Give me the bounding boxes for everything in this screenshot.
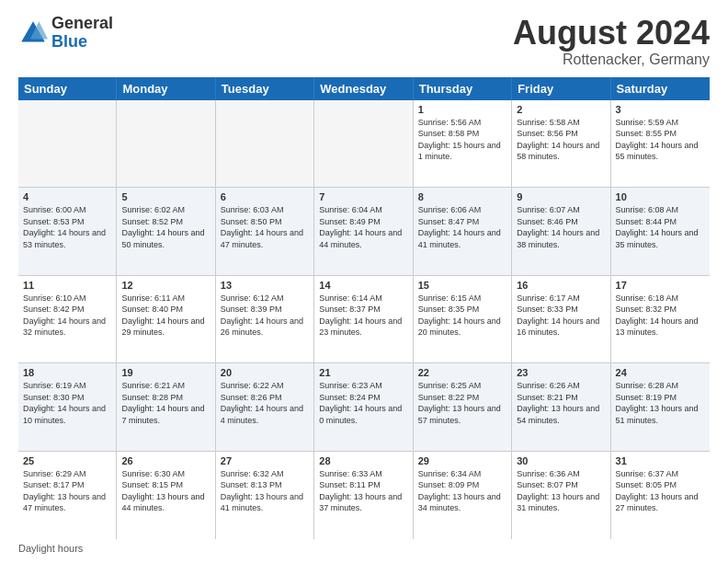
cal-cell-31: 31Sunrise: 6:37 AMSunset: 8:05 PMDayligh… [611,452,710,539]
day-number: 31 [616,455,705,466]
day-number: 25 [23,455,111,466]
day-number: 20 [221,367,309,378]
cell-details: Sunrise: 6:00 AMSunset: 8:53 PMDaylight:… [23,204,111,250]
logo: General Blue [18,15,113,52]
day-number: 6 [221,191,309,202]
cell-details: Sunrise: 6:03 AMSunset: 8:50 PMDaylight:… [221,204,309,250]
title-block: August 2024 Rottenacker, Germany [513,15,710,68]
cal-cell-empty-0-1 [117,100,215,187]
cal-cell-16: 16Sunrise: 6:17 AMSunset: 8:33 PMDayligh… [512,276,610,362]
cell-details: Sunrise: 6:19 AMSunset: 8:30 PMDaylight:… [23,380,111,426]
cal-cell-26: 26Sunrise: 6:30 AMSunset: 8:15 PMDayligh… [117,452,215,539]
calendar-row-3: 11Sunrise: 6:10 AMSunset: 8:42 PMDayligh… [18,276,710,363]
cell-details: Sunrise: 6:06 AMSunset: 8:47 PMDaylight:… [418,204,506,250]
cell-details: Sunrise: 6:32 AMSunset: 8:13 PMDaylight:… [221,468,309,514]
day-number: 12 [121,280,210,291]
cal-cell-27: 27Sunrise: 6:32 AMSunset: 8:13 PMDayligh… [216,452,314,539]
footer-note: Daylight hours [18,543,710,554]
cell-details: Sunrise: 5:58 AMSunset: 8:56 PMDaylight:… [517,117,605,163]
cal-cell-28: 28Sunrise: 6:33 AMSunset: 8:11 PMDayligh… [314,452,413,539]
cell-details: Sunrise: 6:18 AMSunset: 8:32 PMDaylight:… [616,293,705,339]
cal-cell-22: 22Sunrise: 6:25 AMSunset: 8:22 PMDayligh… [414,363,512,450]
day-number: 10 [616,191,705,202]
cell-details: Sunrise: 6:34 AMSunset: 8:09 PMDaylight:… [418,468,506,514]
day-number: 16 [517,280,605,291]
cell-details: Sunrise: 6:29 AMSunset: 8:17 PMDaylight:… [23,468,111,514]
logo-icon [18,18,48,48]
calendar-row-1: 1Sunrise: 5:56 AMSunset: 8:58 PMDaylight… [18,100,710,188]
logo-general: General [51,15,113,33]
day-of-week-thursday: Thursday [414,77,512,100]
day-number: 15 [418,280,506,291]
day-number: 4 [23,191,111,202]
calendar-body: 1Sunrise: 5:56 AMSunset: 8:58 PMDaylight… [18,100,710,539]
day-number: 22 [418,367,506,378]
cal-cell-25: 25Sunrise: 6:29 AMSunset: 8:17 PMDayligh… [18,452,117,539]
day-number: 26 [121,455,210,466]
cal-cell-3: 3Sunrise: 5:59 AMSunset: 8:55 PMDaylight… [611,100,710,187]
cal-cell-1: 1Sunrise: 5:56 AMSunset: 8:58 PMDaylight… [414,100,512,187]
day-number: 24 [616,367,705,378]
cell-details: Sunrise: 6:30 AMSunset: 8:15 PMDaylight:… [121,468,210,514]
location: Rottenacker, Germany [513,52,710,68]
cell-details: Sunrise: 6:21 AMSunset: 8:28 PMDaylight:… [121,380,210,426]
cal-cell-5: 5Sunrise: 6:02 AMSunset: 8:52 PMDaylight… [117,188,215,274]
cell-details: Sunrise: 5:59 AMSunset: 8:55 PMDaylight:… [616,117,705,163]
day-number: 30 [517,455,605,466]
day-number: 13 [221,280,309,291]
cal-cell-23: 23Sunrise: 6:26 AMSunset: 8:21 PMDayligh… [512,363,610,450]
cal-cell-9: 9Sunrise: 6:07 AMSunset: 8:46 PMDaylight… [512,188,610,274]
cell-details: Sunrise: 6:15 AMSunset: 8:35 PMDaylight:… [418,293,506,339]
day-number: 11 [23,280,111,291]
cal-cell-6: 6Sunrise: 6:03 AMSunset: 8:50 PMDaylight… [216,188,314,274]
day-number: 23 [517,367,605,378]
cal-cell-21: 21Sunrise: 6:23 AMSunset: 8:24 PMDayligh… [314,363,413,450]
day-of-week-tuesday: Tuesday [216,77,314,100]
cell-details: Sunrise: 6:28 AMSunset: 8:19 PMDaylight:… [616,380,705,426]
cal-cell-15: 15Sunrise: 6:15 AMSunset: 8:35 PMDayligh… [414,276,512,362]
cell-details: Sunrise: 6:04 AMSunset: 8:49 PMDaylight:… [319,204,407,250]
cell-details: Sunrise: 5:56 AMSunset: 8:58 PMDaylight:… [418,117,506,163]
cell-details: Sunrise: 6:36 AMSunset: 8:07 PMDaylight:… [517,468,605,514]
calendar-row-5: 25Sunrise: 6:29 AMSunset: 8:17 PMDayligh… [18,452,710,539]
header: General Blue August 2024 Rottenacker, Ge… [18,15,710,68]
cal-cell-18: 18Sunrise: 6:19 AMSunset: 8:30 PMDayligh… [18,363,117,450]
cal-cell-11: 11Sunrise: 6:10 AMSunset: 8:42 PMDayligh… [18,276,117,362]
cal-cell-empty-0-2 [216,100,314,187]
calendar-row-4: 18Sunrise: 6:19 AMSunset: 8:30 PMDayligh… [18,363,710,451]
day-number: 27 [221,455,309,466]
day-of-week-wednesday: Wednesday [314,77,413,100]
cal-cell-empty-0-0 [18,100,117,187]
cal-cell-7: 7Sunrise: 6:04 AMSunset: 8:49 PMDaylight… [314,188,413,274]
cal-cell-2: 2Sunrise: 5:58 AMSunset: 8:56 PMDaylight… [512,100,610,187]
calendar: SundayMondayTuesdayWednesdayThursdayFrid… [18,77,710,539]
day-number: 14 [319,280,407,291]
day-number: 19 [121,367,210,378]
day-number: 2 [517,104,605,115]
cal-cell-12: 12Sunrise: 6:11 AMSunset: 8:40 PMDayligh… [117,276,215,362]
day-number: 5 [121,191,210,202]
day-number: 3 [616,104,705,115]
day-number: 8 [418,191,506,202]
cal-cell-14: 14Sunrise: 6:14 AMSunset: 8:37 PMDayligh… [314,276,413,362]
cal-cell-4: 4Sunrise: 6:00 AMSunset: 8:53 PMDaylight… [18,188,117,274]
month-year: August 2024 [513,15,710,52]
cal-cell-30: 30Sunrise: 6:36 AMSunset: 8:07 PMDayligh… [512,452,610,539]
cal-cell-8: 8Sunrise: 6:06 AMSunset: 8:47 PMDaylight… [414,188,512,274]
cal-cell-13: 13Sunrise: 6:12 AMSunset: 8:39 PMDayligh… [216,276,314,362]
cell-details: Sunrise: 6:02 AMSunset: 8:52 PMDaylight:… [121,204,210,250]
cell-details: Sunrise: 6:11 AMSunset: 8:40 PMDaylight:… [121,293,210,339]
cell-details: Sunrise: 6:08 AMSunset: 8:44 PMDaylight:… [616,204,705,250]
cal-cell-10: 10Sunrise: 6:08 AMSunset: 8:44 PMDayligh… [611,188,710,274]
cal-cell-17: 17Sunrise: 6:18 AMSunset: 8:32 PMDayligh… [611,276,710,362]
calendar-header: SundayMondayTuesdayWednesdayThursdayFrid… [18,77,710,100]
page: General Blue August 2024 Rottenacker, Ge… [0,0,728,563]
cell-details: Sunrise: 6:33 AMSunset: 8:11 PMDaylight:… [319,468,407,514]
calendar-row-2: 4Sunrise: 6:00 AMSunset: 8:53 PMDaylight… [18,188,710,275]
cell-details: Sunrise: 6:23 AMSunset: 8:24 PMDaylight:… [319,380,407,426]
day-number: 28 [319,455,407,466]
day-number: 17 [616,280,705,291]
cell-details: Sunrise: 6:07 AMSunset: 8:46 PMDaylight:… [517,204,605,250]
cal-cell-20: 20Sunrise: 6:22 AMSunset: 8:26 PMDayligh… [216,363,314,450]
logo-text: General Blue [51,15,113,52]
